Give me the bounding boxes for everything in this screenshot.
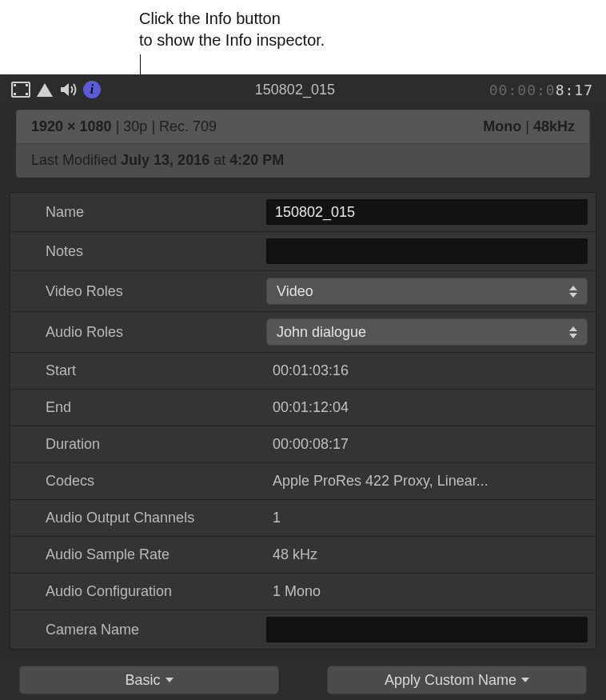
field-audio-configuration: Audio Configuration 1 Mono [10, 573, 596, 610]
notes-input[interactable] [266, 238, 588, 264]
inspector-footer: Basic Apply Custom Name [0, 658, 606, 700]
field-label: Duration [18, 436, 266, 453]
field-label: End [18, 399, 266, 416]
field-label: Camera Name [18, 622, 266, 638]
clip-title: 150802_015 [101, 82, 489, 98]
apply-custom-name-button[interactable]: Apply Custom Name [327, 666, 587, 694]
field-label: Audio Configuration [18, 583, 266, 600]
field-name: Name [10, 193, 596, 231]
audio-format: Mono | 48kHz [483, 118, 575, 135]
info-inspector-panel: i 150802_015 00:00:08:17 1920 × 1080 | 3… [0, 74, 606, 700]
info-inspector-icon[interactable]: i [83, 81, 101, 98]
field-codecs: Codecs Apple ProRes 422 Proxy, Linear... [10, 462, 596, 499]
audio-inspector-icon[interactable] [59, 82, 78, 98]
callout-text-line1: Click the Info button [139, 8, 606, 30]
chevron-updown-icon [569, 286, 577, 298]
timecode-bright: 8:17 [556, 82, 593, 98]
video-roles-dropdown[interactable]: Video [266, 278, 588, 305]
name-input[interactable] [266, 199, 588, 225]
svg-rect-1 [14, 84, 16, 86]
svg-rect-2 [14, 93, 16, 95]
field-label: Video Roles [18, 283, 266, 300]
timecode-display: 00:00:08:17 [489, 82, 593, 98]
video-inspector-icon[interactable] [11, 82, 30, 98]
svg-rect-4 [26, 93, 28, 95]
button-label: Basic [125, 672, 160, 689]
field-label: Name [18, 204, 266, 221]
field-audio-roles: Audio Roles John dialogue [10, 311, 596, 352]
chevron-down-icon [521, 678, 529, 682]
callout-text-line2: to show the Info inspector. [139, 30, 606, 51]
duration-value: 00:00:08:17 [266, 436, 588, 453]
metadata-view-button[interactable]: Basic [19, 666, 279, 694]
field-duration: Duration 00:00:08:17 [10, 426, 596, 462]
audio-output-channels-value: 1 [266, 510, 588, 526]
field-audio-sample-rate: Audio Sample Rate 48 kHz [10, 536, 596, 573]
svg-rect-3 [26, 84, 28, 86]
inspector-header: i 150802_015 00:00:08:17 [0, 74, 606, 103]
end-value: 00:01:12:04 [266, 399, 588, 416]
effects-inspector-icon[interactable] [35, 81, 54, 98]
field-label: Notes [18, 243, 266, 260]
codecs-value: Apple ProRes 422 Proxy, Linear... [266, 473, 588, 490]
chevron-updown-icon [569, 326, 577, 338]
audio-sample-rate-value: 48 kHz [266, 546, 588, 563]
field-video-roles: Video Roles Video [10, 270, 596, 311]
timecode-dim: 00:00:0 [489, 82, 556, 98]
audio-roles-dropdown[interactable]: John dialogue [266, 318, 588, 346]
field-end: End 00:01:12:04 [10, 389, 596, 426]
audio-configuration-value: 1 Mono [266, 583, 588, 600]
dropdown-value: John dialogue [277, 324, 366, 341]
video-format: 1920 × 1080 | 30p | Rec. 709 [31, 118, 483, 135]
field-label: Audio Output Channels [18, 510, 266, 526]
field-label: Codecs [18, 473, 266, 490]
field-label: Start [18, 362, 266, 379]
chevron-down-icon [165, 678, 173, 682]
callout-annotation: Click the Info button to show the Info i… [0, 0, 606, 54]
clip-format-summary: 1920 × 1080 | 30p | Rec. 709 Mono | 48kH… [16, 110, 590, 178]
field-label: Audio Roles [18, 324, 266, 341]
dropdown-value: Video [277, 283, 313, 300]
callout-pointer-line [0, 54, 606, 74]
camera-name-input[interactable] [266, 617, 588, 642]
last-modified: Last Modified July 13, 2016 at 4:20 PM [17, 143, 589, 177]
start-value: 00:01:03:16 [266, 362, 588, 379]
field-start: Start 00:01:03:16 [10, 352, 596, 389]
field-notes: Notes [10, 231, 596, 270]
button-label: Apply Custom Name [385, 672, 516, 689]
field-camera-name: Camera Name [10, 610, 596, 649]
metadata-fields: Name Notes Video Roles Video Audio Roles [10, 192, 596, 650]
field-label: Audio Sample Rate [18, 546, 266, 563]
field-audio-output-channels: Audio Output Channels 1 [10, 499, 596, 536]
